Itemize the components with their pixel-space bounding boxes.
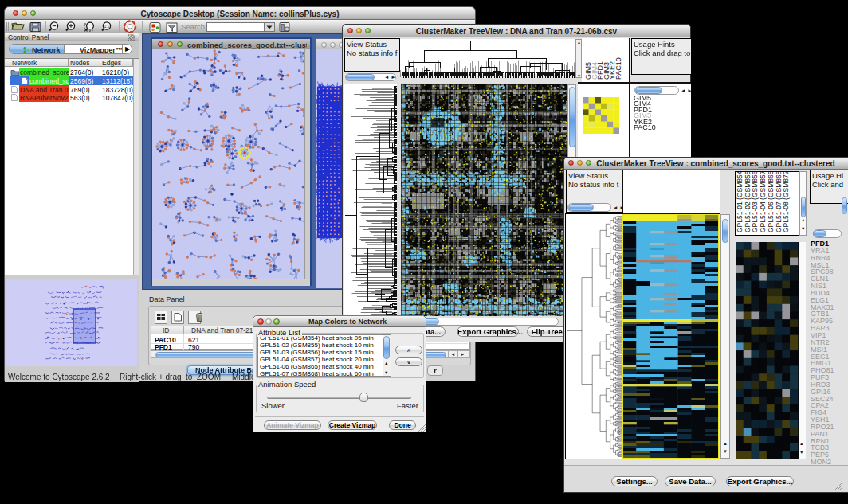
svg-text:GPL51-08 (GSM872): GPL51-08 (GSM872) [782, 172, 790, 232]
svg-text:GPL51-07 (GSM868): GPL51-07 (GSM868) [775, 172, 783, 232]
svg-text:GPL51-06 (GSM865): GPL51-06 (GSM865) [767, 172, 775, 232]
svg-text:Search:: Search: [181, 22, 207, 31]
svg-text:GPL51-03 (GSM856): GPL51-03 (GSM856) [751, 172, 759, 232]
svg-text:GPL51-01 (GSM854): GPL51-01 (GSM854) [736, 172, 744, 232]
svg-text:PAC10: PAC10 [614, 57, 622, 80]
svg-text:GPL51-04 (GSM857): GPL51-04 (GSM857) [759, 172, 767, 232]
svg-text:GPL51-02 (GSM855): GPL51-02 (GSM855) [744, 172, 752, 232]
svg-text:1:1: 1:1 [104, 25, 110, 29]
